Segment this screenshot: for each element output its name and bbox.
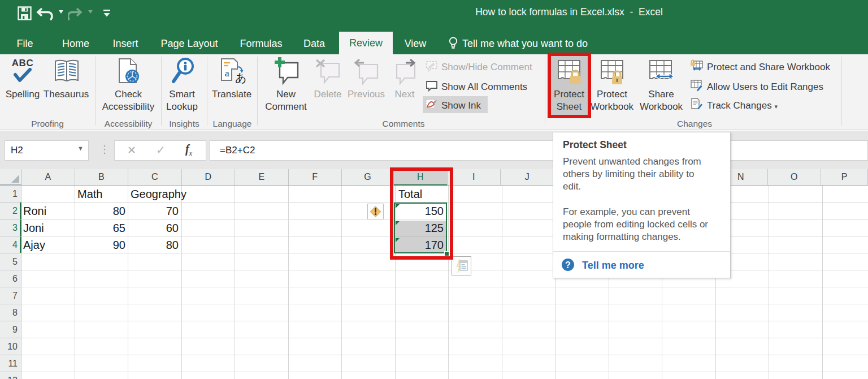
svg-text:あ: あ bbox=[235, 71, 246, 84]
svg-text:a: a bbox=[225, 68, 229, 79]
svg-text:?: ? bbox=[565, 260, 571, 270]
